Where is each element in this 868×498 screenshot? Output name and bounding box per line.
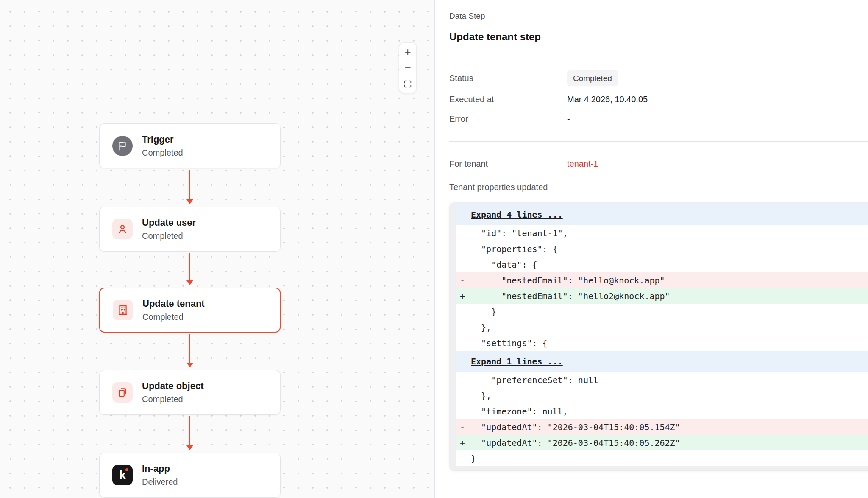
tenant-diff-block: Expand 4 lines ... "id": "tenant-1", "pr… xyxy=(449,202,868,470)
diff-line-marker: + xyxy=(456,438,471,448)
zoom-in-button[interactable]: + xyxy=(401,45,415,59)
workflow-node-in-app[interactable]: k In-app Delivered xyxy=(99,453,281,498)
workflow-node-update-object[interactable]: Update object Completed xyxy=(99,370,281,415)
diff-line-code: "timezone": null, xyxy=(471,406,568,417)
flow-arrow xyxy=(189,253,190,281)
diff-line-code: "nestedEmail": "hello@knock.app" xyxy=(471,275,665,285)
diff-line-code: "settings": { xyxy=(471,338,548,348)
workflow-canvas[interactable]: Trigger Completed Update user Completed … xyxy=(0,0,435,498)
diff-line: }, xyxy=(456,319,868,335)
diff-line-code: } xyxy=(471,307,496,317)
node-status: Completed xyxy=(142,148,183,157)
knock-icon: k xyxy=(112,465,133,485)
node-status: Completed xyxy=(142,312,205,322)
flow-arrow xyxy=(189,170,190,200)
diff-line: "settings": { xyxy=(456,335,868,351)
diff-line-code: "properties": { xyxy=(471,244,558,254)
diff-line-code: "preferenceSet": null xyxy=(471,375,598,385)
diff-line-code: }, xyxy=(471,391,491,401)
field-label: Error xyxy=(449,114,567,124)
diff-line-code: "updatedAt": "2026-03-04T15:40:05.154Z" xyxy=(471,422,680,432)
diff-line-code: "id": "tenant-1", xyxy=(471,228,568,238)
diff-line-code: } xyxy=(471,453,476,464)
field-row-executed-at: Executed at Mar 4 2026, 10:40:05 xyxy=(449,93,868,105)
diff-line-marker: - xyxy=(456,275,471,285)
tenant-link[interactable]: tenant-1 xyxy=(567,159,598,169)
node-title: Update tenant xyxy=(142,299,205,309)
diff-line-code: "data": { xyxy=(471,260,537,270)
for-tenant-label: For tenant xyxy=(449,159,567,169)
step-detail-panel: Data Step Update tenant step Status Comp… xyxy=(435,0,868,498)
node-title: Trigger xyxy=(142,134,183,145)
flag-icon xyxy=(112,136,133,156)
diff-line-code: "updatedAt": "2026-03-04T15:40:05.262Z" xyxy=(471,438,680,448)
diff-line: - "updatedAt": "2026-03-04T15:40:05.154Z… xyxy=(456,419,868,435)
workflow-node-trigger[interactable]: Trigger Completed xyxy=(99,123,281,168)
status-badge: Completed xyxy=(567,70,618,86)
diff-line: "id": "tenant-1", xyxy=(456,225,868,241)
diff-section-title: Tenant properties updated xyxy=(449,181,868,193)
diff-expand-row: Expand 1 lines ... xyxy=(456,351,868,372)
flow-arrow xyxy=(189,334,190,363)
fit-view-icon xyxy=(403,79,412,89)
page-title: Update tenant step xyxy=(449,31,868,43)
node-title: Update object xyxy=(142,381,203,391)
field-row-error: Error - xyxy=(449,113,868,125)
field-label: Status xyxy=(449,73,567,83)
diff-line: } xyxy=(456,304,868,319)
diff-line: + "updatedAt": "2026-03-04T15:40:05.262Z… xyxy=(456,435,868,450)
for-tenant-row: For tenant tenant-1 xyxy=(449,158,868,170)
diff-line: "timezone": null, xyxy=(456,403,868,419)
diff-line-marker: + xyxy=(456,291,471,301)
node-title: Update user xyxy=(142,218,196,228)
diff-line-code: "nestedEmail": "hello2@knock.app" xyxy=(471,291,670,301)
field-value: - xyxy=(567,114,570,124)
diff-expand-row: Expand 4 lines ... xyxy=(456,204,868,225)
diff-line: } xyxy=(456,450,868,466)
canvas-zoom-controls: + − xyxy=(399,42,417,93)
diff-line-marker: - xyxy=(456,422,471,432)
flow-arrow xyxy=(189,416,190,446)
diff-line: "properties": { xyxy=(456,241,868,257)
field-row-status: Status Completed xyxy=(449,70,868,86)
zoom-out-button[interactable]: − xyxy=(401,61,415,75)
diff-line: + "nestedEmail": "hello2@knock.app" xyxy=(456,288,868,304)
node-status: Delivered xyxy=(142,477,178,487)
diff-line: - "nestedEmail": "hello@knock.app" xyxy=(456,272,868,288)
diff-line-code: }, xyxy=(471,322,491,333)
field-value: Mar 4 2026, 10:40:05 xyxy=(567,95,648,104)
workflow-node-update-user[interactable]: Update user Completed xyxy=(99,207,281,252)
diff-expand-link[interactable]: Expand 1 lines ... xyxy=(471,356,563,367)
workflow-node-update-tenant[interactable]: Update tenant Completed xyxy=(99,288,281,333)
user-icon xyxy=(112,219,133,239)
step-fields: Status Completed Executed at Mar 4 2026,… xyxy=(449,70,868,125)
node-status: Completed xyxy=(142,231,196,241)
section-divider xyxy=(449,141,868,142)
diff-line: "data": { xyxy=(456,257,868,272)
step-type-label: Data Step xyxy=(449,11,868,21)
copy-icon xyxy=(112,382,133,403)
diff-line: "preferenceSet": null xyxy=(456,372,868,388)
diff-line: }, xyxy=(456,388,868,403)
fit-view-button[interactable] xyxy=(401,77,415,91)
node-status: Completed xyxy=(142,394,203,404)
node-title: In-app xyxy=(142,464,178,474)
building-icon xyxy=(113,300,133,320)
diff-expand-link[interactable]: Expand 4 lines ... xyxy=(471,210,563,220)
field-label: Executed at xyxy=(449,95,567,104)
